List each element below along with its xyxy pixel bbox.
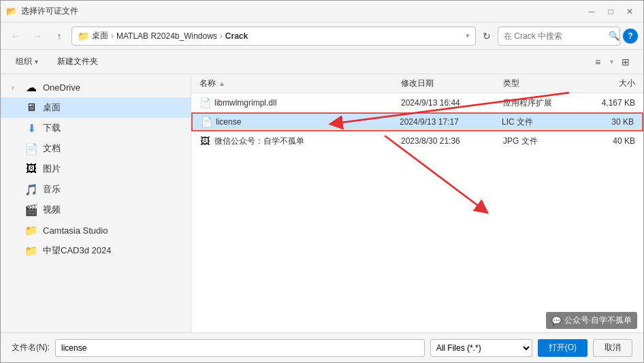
onedrive-icon: ☁ xyxy=(25,81,37,93)
breadcrumb-matlab[interactable]: MATLAB R2024b_Windows xyxy=(116,31,217,41)
nav-toolbar: ← → ↑ 📁 桌面 › MATLAB R2024b_Windows › Cra… xyxy=(1,22,643,50)
filetype-select[interactable]: All Files (*.*) xyxy=(430,339,532,357)
file-name-dll: 📄 libmwlmgrimpl.dll xyxy=(194,97,396,108)
sidebar-label-onedrive: OneDrive xyxy=(43,82,182,93)
file-pane-wrapper: 名称 ▲ 修改日期 类型 大小 xyxy=(191,74,643,332)
sidebar-label-downloads: 下载 xyxy=(43,122,167,134)
expand-icon: › xyxy=(12,84,20,91)
title-bar: 📂 选择许可证文件 ─ □ ✕ xyxy=(1,1,643,22)
col-header-name[interactable]: 名称 ▲ xyxy=(194,74,396,93)
file-name-jpg: 🖼 微信公众号：自学不孤单 xyxy=(194,136,396,147)
music-icon: 🎵 xyxy=(25,183,37,195)
sidebar-item-documents[interactable]: 📄 文档 📌 xyxy=(1,138,191,159)
file-type-dll: 应用程序扩展 xyxy=(498,97,579,109)
file-date-license: 2024/9/13 17:17 xyxy=(394,117,496,127)
sidebar-item-camtasia[interactable]: 📁 Camtasia Studio xyxy=(1,220,191,240)
file-icon-license: 📄 xyxy=(201,116,212,127)
sidebar-item-music[interactable]: 🎵 音乐 📌 xyxy=(1,179,191,200)
file-type-jpg: JPG 文件 xyxy=(498,136,579,147)
col-header-type[interactable]: 类型 xyxy=(498,74,579,93)
bottom-bar: 文件名(N): All Files (*.*) 打开(O) 取消 xyxy=(1,332,643,362)
refresh-button[interactable]: ↻ xyxy=(479,28,495,44)
camtasia-icon: 📁 xyxy=(25,224,37,236)
file-name-license: 📄 license xyxy=(195,116,394,127)
organize-dropdown-icon: ▾ xyxy=(35,58,38,65)
sidebar-item-onedrive[interactable]: › ☁ OneDrive xyxy=(1,77,191,97)
view-list-button[interactable]: ≡ xyxy=(588,53,607,71)
open-button[interactable]: 打开(O) xyxy=(538,339,587,357)
file-header: 名称 ▲ 修改日期 类型 大小 xyxy=(191,74,643,93)
address-bar[interactable]: 📁 桌面 › MATLAB R2024b_Windows › Crack ▾ xyxy=(71,27,476,46)
view-large-button[interactable]: ⊞ xyxy=(616,53,635,71)
file-size-jpg: 40 KB xyxy=(579,136,641,146)
file-date-dll: 2024/9/13 16:44 xyxy=(396,98,498,108)
search-icon: 🔍 xyxy=(609,31,619,41)
view-dropdown-icon[interactable]: ▾ xyxy=(610,58,613,65)
file-list: 📄 libmwlmgrimpl.dll 2024/9/13 16:44 应用程序… xyxy=(191,93,643,332)
sidebar-item-downloads[interactable]: ⬇ 下载 📌 xyxy=(1,118,191,138)
organize-button[interactable]: 组织 ▾ xyxy=(9,53,45,71)
action-bar: 组织 ▾ 新建文件夹 ≡ ▾ ⊞ xyxy=(1,50,643,74)
documents-icon: 📄 xyxy=(25,142,37,155)
sidebar-label-music: 音乐 xyxy=(43,183,167,195)
sidebar: › ☁ OneDrive 🖥 桌面 📌 ⬇ 下载 📌 📄 文档 📌 xyxy=(1,74,191,332)
title-controls: ─ □ ✕ xyxy=(583,5,638,18)
search-input[interactable] xyxy=(504,31,606,41)
breadcrumb-desktop[interactable]: 桌面 xyxy=(92,30,108,42)
sort-icon-name: ▲ xyxy=(219,80,225,87)
organize-label: 组织 xyxy=(16,56,32,67)
new-folder-button[interactable]: 新建文件夹 xyxy=(50,53,105,71)
desktop-icon: 🖥 xyxy=(25,101,37,114)
sidebar-item-desktop[interactable]: 🖥 桌面 📌 xyxy=(1,97,191,118)
file-size-license: 30 KB xyxy=(578,117,639,127)
file-type-license: LIC 文件 xyxy=(496,116,578,128)
zwcad-icon: 📁 xyxy=(25,244,37,257)
title-bar-left: 📂 选择许可证文件 xyxy=(6,5,78,17)
file-pane: 名称 ▲ 修改日期 类型 大小 xyxy=(191,74,643,332)
new-folder-label: 新建文件夹 xyxy=(57,56,98,67)
minimize-button[interactable]: ─ xyxy=(583,5,600,18)
sidebar-label-videos: 视频 xyxy=(43,204,167,216)
watermark: 💬 公众号·自学不孤单 xyxy=(546,312,637,329)
window-icon: 📂 xyxy=(6,6,17,17)
breadcrumb: 桌面 › MATLAB R2024b_Windows › Crack xyxy=(92,30,463,42)
sidebar-label-documents: 文档 xyxy=(43,142,167,155)
maximize-button[interactable]: □ xyxy=(602,5,619,18)
breadcrumb-sep1: › xyxy=(111,31,114,41)
watermark-text: 公众号·自学不孤单 xyxy=(564,315,632,326)
downloads-icon: ⬇ xyxy=(25,122,37,134)
cancel-button[interactable]: 取消 xyxy=(593,339,632,357)
back-button[interactable]: ← xyxy=(6,27,25,46)
sidebar-label-zwcad: 中望CAD3d 2024 xyxy=(43,244,182,257)
sidebar-item-zwcad[interactable]: 📁 中望CAD3d 2024 xyxy=(1,240,191,261)
sidebar-label-pictures: 图片 xyxy=(43,163,167,175)
col-header-size[interactable]: 大小 xyxy=(579,74,641,93)
window: 📂 选择许可证文件 ─ □ ✕ ← → ↑ 📁 桌面 › MATLAB R202… xyxy=(0,0,644,363)
sidebar-item-pictures[interactable]: 🖼 图片 📌 xyxy=(1,159,191,179)
sidebar-label-camtasia: Camtasia Studio xyxy=(43,225,182,236)
file-size-dll: 4,167 KB xyxy=(579,98,641,108)
watermark-icon: 💬 xyxy=(551,316,562,326)
search-bar[interactable]: 🔍 xyxy=(498,27,620,46)
up-button[interactable]: ↑ xyxy=(50,27,69,46)
videos-icon: 🎬 xyxy=(25,204,37,216)
view-controls: ≡ ▾ ⊞ xyxy=(588,53,635,71)
file-row-jpg[interactable]: 🖼 微信公众号：自学不孤单 2023/8/30 21:36 JPG 文件 40 … xyxy=(191,131,643,151)
file-date-jpg: 2023/8/30 21:36 xyxy=(396,136,498,146)
main-content: › ☁ OneDrive 🖥 桌面 📌 ⬇ 下载 📌 📄 文档 📌 xyxy=(1,74,643,332)
sidebar-item-videos[interactable]: 🎬 视频 📌 xyxy=(1,200,191,220)
breadcrumb-crack[interactable]: Crack xyxy=(225,31,248,41)
filename-label: 文件名(N): xyxy=(12,342,50,353)
close-button[interactable]: ✕ xyxy=(622,5,638,18)
help-button[interactable]: ? xyxy=(623,29,638,44)
forward-button[interactable]: → xyxy=(28,27,47,46)
file-row-license[interactable]: 📄 license 2024/9/13 17:17 LIC 文件 30 KB xyxy=(191,112,643,131)
file-row-dll[interactable]: 📄 libmwlmgrimpl.dll 2024/9/13 16:44 应用程序… xyxy=(191,93,643,112)
filename-input[interactable] xyxy=(55,339,425,357)
window-title: 选择许可证文件 xyxy=(21,5,78,17)
address-dropdown-icon[interactable]: ▾ xyxy=(466,31,470,40)
sidebar-label-desktop: 桌面 xyxy=(43,101,167,114)
col-header-date[interactable]: 修改日期 xyxy=(396,74,498,93)
breadcrumb-sep2: › xyxy=(220,31,223,41)
folder-icon: 📁 xyxy=(78,31,89,42)
